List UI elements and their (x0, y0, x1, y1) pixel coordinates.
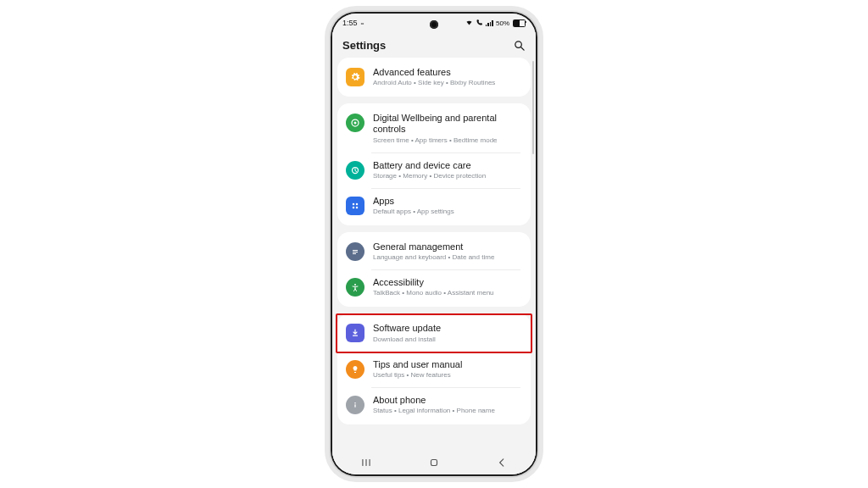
settings-item-title: Apps (373, 196, 520, 207)
battery-care-icon (346, 161, 364, 180)
settings-item-accessibility[interactable]: Accessibility TalkBack • Mono audio • As… (337, 269, 531, 305)
settings-group: Digital Wellbeing and parental controls … (337, 103, 531, 225)
general-icon (346, 242, 364, 261)
battery-percent: 50% (496, 19, 509, 27)
settings-item-subtitle: Download and install (373, 336, 520, 344)
settings-list[interactable]: Advanced features Android Auto • Side ke… (332, 58, 536, 451)
settings-item-title: About phone (373, 395, 520, 406)
wellbeing-icon (346, 114, 364, 132)
update-icon (346, 324, 364, 342)
front-camera (430, 20, 438, 29)
signal-icon (486, 20, 493, 26)
phone-frame: 1:55 •• 50% Settings (331, 12, 537, 476)
svg-point-12 (354, 284, 356, 286)
nav-recents-button[interactable] (360, 457, 372, 469)
settings-item-subtitle: Screen time • App timers • Bedtime mode (373, 136, 520, 145)
svg-line-1 (521, 47, 524, 49)
settings-item-title: Advanced features (373, 67, 520, 78)
settings-item-subtitle: Storage • Memory • Device protection (373, 172, 520, 180)
svg-point-7 (353, 207, 355, 209)
settings-item-subtitle: TalkBack • Mono audio • Assistant menu (373, 289, 520, 297)
settings-item-subtitle: Useful tips • New features (373, 371, 520, 380)
highlight-annotation: Software update Download and install (336, 313, 532, 352)
svg-rect-9 (353, 250, 358, 251)
svg-point-5 (353, 203, 355, 206)
wifi-icon (465, 19, 473, 28)
settings-item-subtitle: Android Auto • Side key • Bixby Routines (373, 79, 520, 87)
scrollbar[interactable] (532, 61, 534, 154)
settings-item-title: Battery and device care (373, 160, 520, 171)
settings-item-apps[interactable]: Apps Default apps • App settings (337, 188, 531, 224)
svg-rect-11 (353, 253, 356, 254)
status-notification-dots: •• (361, 20, 364, 26)
app-bar: Settings (332, 32, 536, 58)
volte-icon (476, 19, 483, 28)
nav-home-button[interactable] (428, 457, 440, 469)
svg-rect-19 (431, 460, 437, 466)
svg-rect-10 (353, 252, 358, 252)
settings-group: General management Language and keyboard… (337, 232, 531, 307)
status-time: 1:55 (342, 19, 358, 27)
svg-point-6 (356, 203, 359, 206)
settings-item-title: Tips and user manual (373, 359, 520, 370)
nav-back-button[interactable] (496, 457, 508, 469)
battery-icon (513, 19, 526, 27)
phone-screen: 1:55 •• 50% Settings (332, 14, 536, 474)
settings-item-digital-wellbeing[interactable]: Digital Wellbeing and parental controls … (337, 105, 531, 152)
svg-rect-15 (354, 404, 355, 408)
svg-point-0 (515, 41, 522, 47)
settings-group: Software update Download and install Tip… (337, 313, 531, 424)
settings-group: Advanced features Android Auto • Side ke… (337, 58, 531, 97)
advanced-features-icon (346, 68, 364, 86)
settings-item-software-update[interactable]: Software update Download and install (337, 315, 531, 351)
about-icon (346, 396, 364, 414)
settings-item-subtitle: Default apps • App settings (373, 208, 520, 216)
page-title: Settings (342, 39, 386, 52)
settings-item-battery-care[interactable]: Battery and device care Storage • Memory… (337, 152, 531, 188)
search-icon (513, 39, 526, 52)
navigation-bar (332, 451, 536, 474)
settings-item-about-phone[interactable]: About phone Status • Legal information •… (337, 387, 531, 423)
tips-icon (346, 360, 364, 379)
settings-item-title: Accessibility (373, 277, 520, 288)
settings-item-subtitle: Language and keyboard • Date and time (373, 253, 520, 262)
svg-point-8 (356, 207, 359, 209)
search-button[interactable] (513, 39, 526, 52)
accessibility-icon (346, 278, 364, 297)
svg-rect-13 (353, 336, 358, 336)
settings-item-general-management[interactable]: General management Language and keyboard… (337, 234, 531, 269)
settings-item-title: Software update (373, 323, 520, 334)
settings-item-advanced-features[interactable]: Advanced features Android Auto • Side ke… (337, 59, 531, 95)
settings-item-tips[interactable]: Tips and user manual Useful tips • New f… (337, 352, 531, 387)
svg-point-3 (354, 122, 357, 125)
apps-icon (346, 197, 364, 215)
settings-item-subtitle: Status • Legal information • Phone name (373, 407, 520, 415)
settings-item-title: Digital Wellbeing and parental controls (373, 113, 520, 135)
svg-point-14 (354, 402, 356, 404)
settings-item-title: General management (373, 241, 520, 252)
